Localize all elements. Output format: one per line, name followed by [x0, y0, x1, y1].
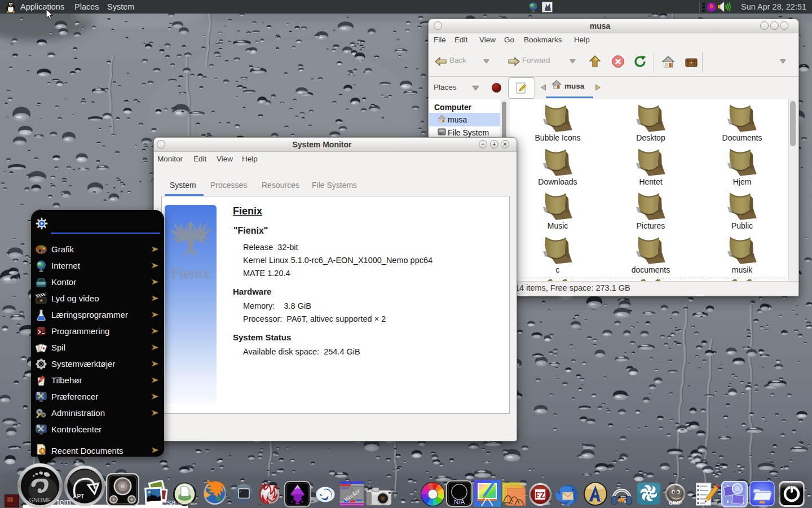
svg-text:GIMP: GIMP: [669, 500, 682, 506]
svg-text:FZ: FZ: [535, 491, 545, 500]
svg-text:APT: APT: [73, 493, 85, 500]
svg-text:LINUX: LINUX: [341, 487, 349, 490]
svg-text:GNOME: GNOME: [29, 497, 51, 503]
svg-text:N/A: N/A: [454, 498, 465, 505]
